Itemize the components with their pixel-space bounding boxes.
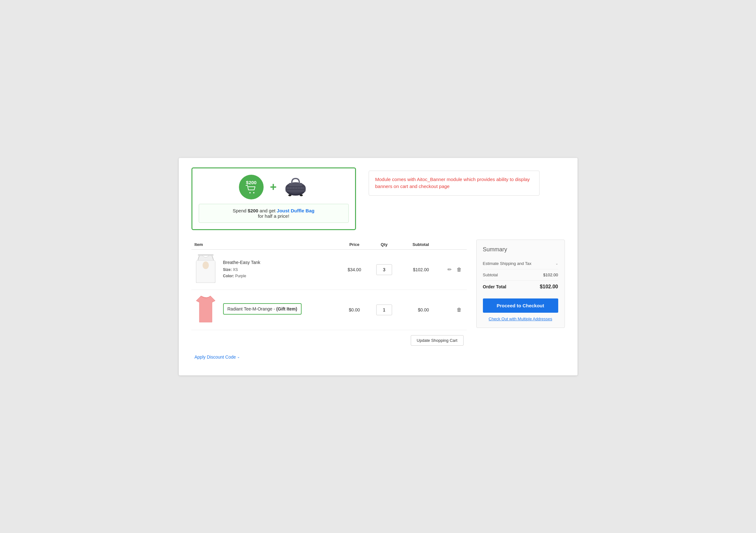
module-notice-text: Module comes with Aitoc_Banner module wh… [375,177,530,189]
proceed-to-checkout-button[interactable]: Proceed to Checkout [483,298,558,313]
gift-item-box: Radiant Tee-M-Orange - (Gift Item) [223,303,302,315]
item-image-cell [191,249,220,290]
svg-rect-9 [198,254,214,256]
summary-panel: Summary Estimate Shipping and Tax ⌄ Subt… [476,239,565,328]
item-details-cell: Breathe-Easy Tank Size: XS Color: Purple [220,249,340,290]
item-name: Radiant Tee-M-Orange - (Gift Item) [223,303,338,315]
cart-bottom-bar: Update Shopping Cart [191,330,467,346]
banner-text-and-get: and get [258,208,277,213]
item-qty-cell [368,249,400,290]
multi-address-link[interactable]: Check Out with Multiple Addresses [483,317,558,321]
col-qty-header: Qty [368,239,400,250]
item-actions-cell: ✏ 🗑 [432,249,467,290]
table-row: Radiant Tee-M-Orange - (Gift Item) $0.00… [191,290,467,330]
banner-product-link[interactable]: Joust Duffle Bag [277,208,314,213]
apply-discount-button[interactable]: Apply Discount Code ⌄ [195,354,240,359]
module-notice-box: Module comes with Aitoc_Banner module wh… [369,171,540,196]
svg-point-0 [249,192,251,193]
chevron-down-icon: ⌄ [237,355,240,359]
table-row: Breathe-Easy Tank Size: XS Color: Purple… [191,249,467,290]
total-label: Order Total [483,284,506,289]
qty-input[interactable] [376,304,392,315]
plus-icon: + [270,182,277,193]
cart-area: Item Price Qty Subtotal [191,239,565,363]
update-cart-button[interactable]: Update Shopping Cart [411,335,464,346]
module-notice-section: Module comes with Aitoc_Banner module wh… [369,167,565,230]
cart-main: Item Price Qty Subtotal [191,239,467,363]
edit-item-button[interactable]: ✏ [446,265,453,274]
cart-svg-icon [246,185,257,194]
qty-input[interactable] [376,264,392,275]
item-name: Breathe-Easy Tank [223,260,338,265]
tank-top-image [195,254,217,284]
svg-point-7 [288,194,291,196]
item-details-cell: Radiant Tee-M-Orange - (Gift Item) [220,290,340,330]
delete-item-button[interactable]: 🗑 [455,266,464,274]
svg-point-11 [202,262,209,269]
tee-shirt-image [195,295,217,324]
shipping-label: Estimate Shipping and Tax [483,261,532,266]
total-value: $102.00 [540,284,558,290]
col-price-header: Price [340,239,368,250]
summary-total-row: Order Total $102.00 [483,281,558,293]
promo-price-label: $200 [246,180,256,185]
promo-banner: $200 + [191,167,356,230]
subtotal-value: $102.00 [543,272,558,277]
delete-item-button[interactable]: 🗑 [455,306,464,314]
item-subtotal-cell: $102.00 [400,249,432,290]
svg-rect-4 [288,183,303,186]
svg-rect-6 [285,190,306,192]
item-image-cell [191,290,220,330]
shipping-chevron-icon[interactable]: ⌄ [555,262,558,266]
summary-title: Summary [483,246,558,253]
banner-text-price: for half a price! [258,213,289,219]
item-price-cell: $34.00 [340,249,368,290]
item-price-cell: $0.00 [340,290,368,330]
top-section: $200 + [191,167,565,230]
banner-bold-amount: $200 [248,208,258,213]
cart-table: Item Price Qty Subtotal [191,239,467,330]
subtotal-label: Subtotal [483,272,498,277]
banner-icons: $200 + [239,175,308,199]
col-item-header: Item [191,239,340,250]
banner-text: Spend $200 and get Joust Duffle Bag for … [199,204,349,223]
discount-section: Apply Discount Code ⌄ [191,351,467,363]
item-qty-cell [368,290,400,330]
apply-discount-label: Apply Discount Code [195,354,236,359]
duffle-bag-icon [283,176,308,198]
svg-point-8 [300,194,303,196]
summary-subtotal-row: Subtotal $102.00 [483,269,558,281]
banner-text-spend: Spend [232,208,248,213]
item-subtotal-cell: $0.00 [400,290,432,330]
item-actions-cell: 🗑 [432,290,467,330]
promo-cart-icon: $200 [239,175,264,199]
col-subtotal-header: Subtotal [400,239,432,250]
shopping-cart-page: $200 + [179,158,578,376]
svg-point-1 [253,192,255,193]
item-attrs: Size: XS Color: Purple [223,267,338,279]
summary-shipping-row: Estimate Shipping and Tax ⌄ [483,258,558,269]
